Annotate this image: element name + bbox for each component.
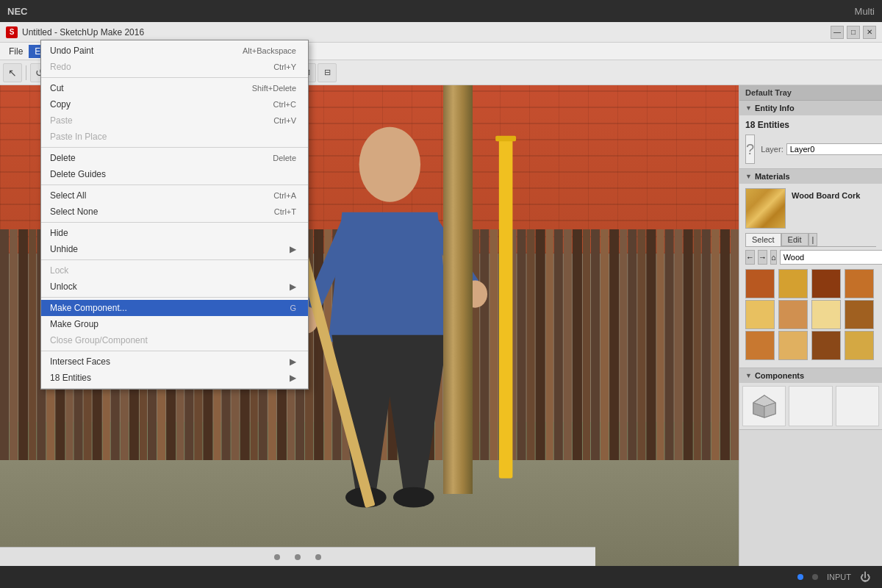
taskbar-power-icon[interactable]: ⏻ [860,571,870,583]
os-title-bar: NEC Multi [0,0,882,22]
menu-paste[interactable]: Paste Ctrl+V [41,112,308,129]
menu-cut[interactable]: Cut Shift+Delete [41,80,308,96]
mat-swatch-7[interactable] [811,300,841,329]
status-dot-2 [295,554,301,560]
menu-file[interactable]: File [3,45,29,58]
menu-make-component[interactable]: Make Component... G [41,300,308,316]
components-header[interactable]: ▼ Components [739,368,882,383]
svg-rect-61 [564,229,572,470]
materials-section: ▼ Materials Wood Board Cork Select Edit … [739,169,882,368]
svg-rect-67 [620,229,627,470]
app-icon: S [6,26,18,38]
material-search-input[interactable] [780,250,882,265]
edit-menu-group-6: Lock Unlock ▶ [41,260,308,298]
menu-select-all[interactable]: Select All Ctrl+A [41,187,308,204]
svg-rect-77 [711,229,720,470]
components-section: ▼ Components [739,368,882,430]
edit-menu-dropdown: Undo Paint Alt+Backspace Redo Ctrl+Y Cut… [40,40,309,390]
svg-rect-59 [546,229,553,470]
entity-info-triangle: ▼ [745,104,752,112]
material-preview-swatch[interactable] [745,188,786,229]
material-nav-back[interactable]: ← [745,250,755,265]
taskbar: INPUT ⏻ [0,566,882,588]
nec-logo: NEC [7,6,27,17]
entity-info-title: Entity Info [755,104,795,112]
close-button[interactable]: ✕ [863,26,876,39]
mat-swatch-10[interactable] [778,331,808,360]
materials-content: Wood Board Cork Select Edit | ← → ⌂ [739,184,882,368]
mat-swatch-12[interactable] [845,331,874,360]
svg-rect-74 [684,229,693,470]
mat-swatch-1[interactable] [745,269,775,298]
maximize-button[interactable]: □ [847,26,860,39]
status-dot-3 [315,554,321,560]
mat-swatch-2[interactable] [778,269,808,298]
material-grid [745,269,876,360]
edit-menu-group-7: Make Component... G Make Group Close Gro… [41,298,308,351]
window-controls: — □ ✕ [831,26,876,39]
material-preview-row: Wood Board Cork [745,188,876,229]
default-tray-label: Default Tray [739,85,882,101]
edit-menu-group-1: Undo Paint Alt+Backspace Redo Ctrl+Y [41,40,308,78]
mat-swatch-11[interactable] [811,331,841,360]
mat-swatch-9[interactable] [745,331,775,360]
comp-cube-icon [750,392,779,421]
mat-swatch-8[interactable] [845,300,874,329]
menu-18-entities[interactable]: 18 Entities ▶ [41,370,308,386]
layer-value-input[interactable] [786,143,882,155]
edit-menu-group-4: Select All Ctrl+A Select None Ctrl+T [41,185,308,223]
entity-info-section: ▼ Entity Info 18 Entities ? Layer: [739,101,882,169]
menu-lock[interactable]: Lock [41,262,308,279]
toolbar-group[interactable]: ⊟ [318,63,337,82]
taskbar-active-dot [797,574,803,580]
svg-rect-3 [29,229,36,470]
mat-swatch-3[interactable] [811,269,841,298]
svg-rect-0 [0,229,9,470]
menu-redo[interactable]: Redo Ctrl+Y [41,59,308,75]
menu-close-group[interactable]: Close Group/Component [41,332,308,348]
components-title: Components [755,371,804,380]
materials-header[interactable]: ▼ Materials [739,169,882,184]
entity-info-header[interactable]: ▼ Entity Info [739,101,882,115]
materials-triangle: ▼ [745,173,752,180]
menu-unlock[interactable]: Unlock ▶ [41,279,308,295]
menu-paste-in-place[interactable]: Paste In Place [41,129,308,145]
material-tab-extra[interactable]: | [808,233,818,246]
menu-unhide[interactable]: Unhide ▶ [41,241,308,257]
svg-rect-2 [18,229,28,470]
menu-select-none[interactable]: Select None Ctrl+T [41,204,308,220]
material-tab-select[interactable]: Select [745,233,781,246]
entity-icon-row: ? Layer: [745,135,876,164]
comp-item-1[interactable] [742,386,786,426]
app-title-label: Untitled - SketchUp Make 2016 [22,27,144,37]
menu-copy[interactable]: Copy Ctrl+C [41,96,308,112]
entity-count: 18 Entities [745,120,876,130]
svg-rect-71 [656,229,664,470]
comp-item-3[interactable] [836,386,879,426]
menu-delete-guides[interactable]: Delete Guides [41,166,308,182]
svg-rect-85 [499,137,513,478]
status-bar [0,547,595,566]
entity-info-content: 18 Entities ? Layer: [739,115,882,168]
mat-swatch-4[interactable] [845,269,874,298]
svg-rect-65 [600,229,609,470]
svg-rect-64 [591,229,600,470]
material-nav-home[interactable]: ⌂ [770,250,777,265]
material-nav-forward[interactable]: → [758,250,767,265]
menu-undo-paint[interactable]: Undo Paint Alt+Backspace [41,43,308,59]
mat-swatch-5[interactable] [745,300,775,329]
comp-item-2[interactable] [789,386,832,426]
minimize-button[interactable]: — [831,26,844,39]
material-tab-edit[interactable]: Edit [781,233,808,246]
svg-rect-70 [646,229,656,470]
mat-swatch-6[interactable] [778,300,808,329]
menu-intersect-faces[interactable]: Intersect Faces ▶ [41,354,308,370]
menu-make-group[interactable]: Make Group [41,316,308,332]
svg-point-84 [393,487,434,508]
layer-label: Layer: [761,145,784,154]
menu-hide[interactable]: Hide [41,225,308,241]
svg-rect-79 [731,229,739,470]
toolbar-select[interactable]: ↖ [3,63,22,82]
menu-delete[interactable]: Delete Delete [41,150,308,166]
edit-menu-group-5: Hide Unhide ▶ [41,223,308,260]
